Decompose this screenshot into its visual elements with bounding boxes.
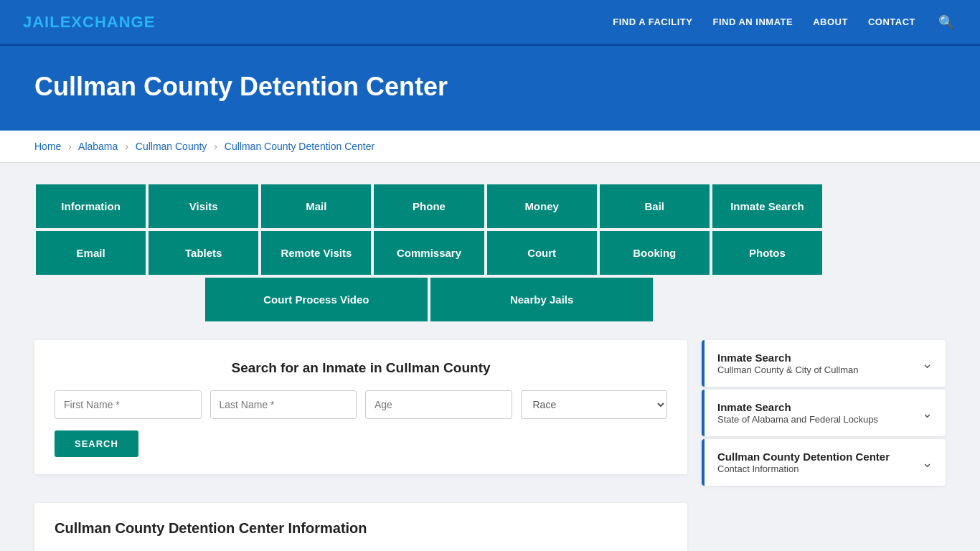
content-row: Search for an Inmate in Cullman County R…	[34, 340, 946, 551]
btn-bail[interactable]: Bail	[598, 183, 711, 230]
btn-commissary[interactable]: Commissary	[372, 230, 485, 276]
sidebar-card-contact-info: Cullman County Detention Center Contact …	[702, 439, 946, 486]
inmate-search-panel: Search for an Inmate in Cullman County R…	[34, 340, 687, 474]
btn-photos[interactable]: Photos	[711, 230, 824, 276]
btn-money[interactable]: Money	[486, 183, 598, 230]
sidebar-card-inmate-search-alabama: Inmate Search State of Alabama and Feder…	[702, 390, 946, 436]
first-name-input[interactable]	[55, 390, 202, 419]
chevron-icon-cullman: ⌄	[922, 356, 933, 372]
sidebar-card-title-alabama: Inmate Search State of Alabama and Feder…	[717, 401, 878, 425]
btn-visits[interactable]: Visits	[147, 183, 260, 230]
nav-search-icon[interactable]: 🔍	[936, 14, 957, 30]
search-fields: Race White Black Hispanic Asian Other	[55, 390, 667, 419]
search-button[interactable]: SEARCH	[55, 430, 138, 457]
nav-find-inmate[interactable]: FIND AN INMATE	[712, 17, 793, 27]
sidebar-card-title-cullman: Inmate Search Cullman County & City of C…	[717, 352, 859, 375]
main-content: Information Visits Mail Phone Money Bail…	[0, 163, 980, 551]
sidebar-card-inmate-search-cullman: Inmate Search Cullman County & City of C…	[702, 340, 946, 387]
sidebar-card-header-alabama[interactable]: Inmate Search State of Alabama and Feder…	[702, 390, 946, 436]
btn-inmate-search[interactable]: Inmate Search	[711, 183, 824, 230]
detention-info-title: Cullman County Detention Center Informat…	[55, 520, 667, 537]
last-name-input[interactable]	[210, 390, 357, 419]
grid-row-2: Email Tablets Remote Visits Commissary C…	[34, 230, 824, 276]
detention-info-section: Cullman County Detention Center Informat…	[34, 503, 687, 551]
grid-row-3: Court Process Video Nearby Jails	[34, 276, 824, 323]
race-select[interactable]: Race White Black Hispanic Asian Other	[521, 390, 668, 419]
chevron-icon-alabama: ⌄	[922, 405, 933, 421]
logo-part2-highlight: EXCHANGE	[60, 13, 156, 31]
breadcrumb-current[interactable]: Cullman County Detention Center	[225, 141, 374, 152]
nav-find-facility[interactable]: FIND A FACILITY	[613, 17, 692, 27]
btn-remote-visits[interactable]: Remote Visits	[260, 230, 372, 276]
grid-row-1: Information Visits Mail Phone Money Bail…	[34, 183, 824, 230]
btn-tablets[interactable]: Tablets	[147, 230, 260, 276]
category-grid: Information Visits Mail Phone Money Bail…	[34, 183, 824, 323]
left-column: Search for an Inmate in Cullman County R…	[34, 340, 687, 551]
breadcrumb: Home › Alabama › Cullman County › Cullma…	[0, 131, 980, 163]
sidebar-card-title-contact: Cullman County Detention Center Contact …	[717, 451, 890, 474]
breadcrumb-alabama[interactable]: Alabama	[78, 141, 118, 152]
btn-court-process-video[interactable]: Court Process Video	[204, 276, 429, 323]
sidebar-card-header-contact[interactable]: Cullman County Detention Center Contact …	[702, 439, 946, 486]
btn-information[interactable]: Information	[34, 183, 147, 230]
breadcrumb-cullman-county[interactable]: Cullman County	[136, 141, 207, 152]
btn-booking[interactable]: Booking	[598, 230, 711, 276]
site-logo: JAILEXCHANGE	[23, 13, 613, 32]
hero-section: Cullman County Detention Center	[0, 46, 980, 131]
breadcrumb-home[interactable]: Home	[34, 141, 61, 152]
btn-mail[interactable]: Mail	[260, 183, 372, 230]
logo-part1: JAIL	[23, 13, 60, 31]
btn-court[interactable]: Court	[486, 230, 598, 276]
search-panel-title: Search for an Inmate in Cullman County	[55, 360, 667, 376]
navbar: JAILEXCHANGE FIND A FACILITY FIND AN INM…	[0, 0, 980, 46]
nav-contact[interactable]: CONTACT	[868, 17, 915, 27]
sidebar: Inmate Search Cullman County & City of C…	[702, 340, 946, 489]
btn-phone[interactable]: Phone	[372, 183, 485, 230]
nav-links: FIND A FACILITY FIND AN INMATE ABOUT CON…	[613, 14, 957, 30]
sidebar-card-header-cullman[interactable]: Inmate Search Cullman County & City of C…	[702, 340, 946, 387]
age-input[interactable]	[365, 390, 512, 419]
btn-nearby-jails[interactable]: Nearby Jails	[429, 276, 654, 323]
chevron-icon-contact: ⌄	[922, 455, 933, 471]
btn-email[interactable]: Email	[34, 230, 147, 276]
nav-about[interactable]: ABOUT	[813, 17, 848, 27]
page-title: Cullman County Detention Center	[34, 72, 946, 102]
